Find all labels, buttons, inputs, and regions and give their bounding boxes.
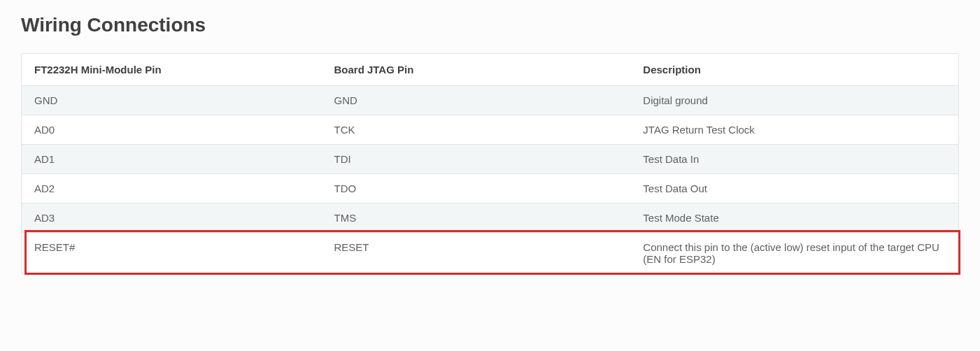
cell-description: Test Mode State: [630, 203, 958, 233]
cell-jtag-pin: TDO: [321, 174, 630, 203]
cell-description: Connect this pin to the (active low) res…: [630, 233, 958, 274]
cell-description: JTAG Return Test Clock: [630, 115, 958, 145]
cell-description: Test Data Out: [630, 174, 958, 203]
wiring-table-wrapper: FT2232H Mini-Module Pin Board JTAG Pin D…: [21, 53, 959, 274]
cell-module-pin: AD0: [22, 115, 321, 145]
col-header-module-pin: FT2232H Mini-Module Pin: [22, 54, 321, 86]
cell-jtag-pin: GND: [321, 86, 630, 115]
col-header-description: Description: [630, 54, 958, 86]
wiring-table: FT2232H Mini-Module Pin Board JTAG Pin D…: [22, 54, 958, 273]
table-header-row: FT2232H Mini-Module Pin Board JTAG Pin D…: [22, 54, 958, 86]
table-row: AD0 TCK JTAG Return Test Clock: [22, 115, 958, 145]
cell-description: Test Data In: [630, 145, 958, 174]
cell-module-pin: AD2: [22, 174, 321, 203]
cell-module-pin: GND: [22, 86, 321, 115]
cell-description: Digital ground: [630, 86, 958, 115]
cell-module-pin: RESET#: [22, 233, 321, 274]
cell-jtag-pin: TMS: [321, 203, 630, 233]
table-row: GND GND Digital ground: [22, 86, 958, 115]
col-header-jtag-pin: Board JTAG Pin: [321, 54, 630, 86]
cell-jtag-pin: TCK: [321, 115, 630, 145]
table-row: RESET# RESET Connect this pin to the (ac…: [22, 233, 958, 274]
table-row: AD3 TMS Test Mode State: [22, 203, 958, 233]
cell-jtag-pin: RESET: [321, 233, 630, 274]
table-row: AD2 TDO Test Data Out: [22, 174, 958, 203]
cell-module-pin: AD3: [22, 203, 321, 233]
section-heading: Wiring Connections: [21, 14, 959, 36]
table-row: AD1 TDI Test Data In: [22, 145, 958, 174]
cell-module-pin: AD1: [22, 145, 321, 174]
cell-jtag-pin: TDI: [321, 145, 630, 174]
